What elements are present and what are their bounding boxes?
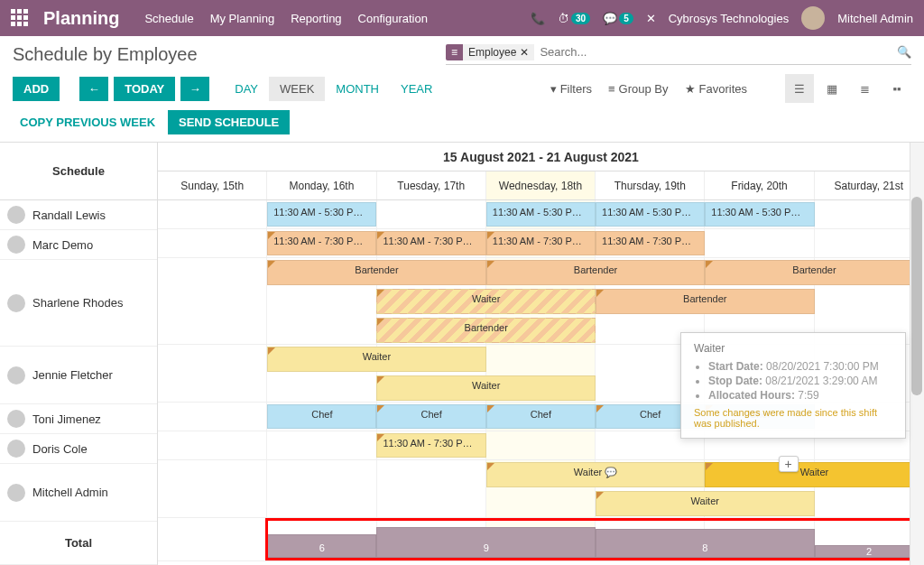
- shift[interactable]: 11:30 AM - 5:30 P…: [705, 202, 814, 227]
- scale-week[interactable]: WEEK: [269, 77, 325, 101]
- shift[interactable]: 11:30 AM - 5:30 P…: [596, 202, 705, 227]
- company-name[interactable]: Cybrosys Technologies: [669, 12, 789, 25]
- scrollbar-thumb[interactable]: [911, 197, 922, 395]
- shift[interactable]: Waiter: [376, 375, 595, 401]
- topbar: Planning Schedule My Planning Reporting …: [0, 0, 924, 36]
- favorites-toggle[interactable]: ★ Favorites: [685, 82, 747, 96]
- tooltip-warning: Some changes were made since this shift …: [694, 407, 892, 429]
- search-icon[interactable]: 🔍: [897, 45, 911, 59]
- shift[interactable]: Bartender: [596, 289, 814, 314]
- groupby-toggle[interactable]: ≡ Group By: [608, 82, 669, 96]
- total-row: 6 9 8 2: [158, 518, 924, 561]
- view-kanban[interactable]: ▪▪: [882, 74, 911, 103]
- tools-icon[interactable]: ✕: [646, 12, 656, 25]
- scale-month[interactable]: MONTH: [325, 77, 390, 101]
- day-col: Friday, 20th: [705, 171, 814, 199]
- shift[interactable]: Waiter: [376, 289, 595, 314]
- employee-row[interactable]: Toni Jimenez: [0, 404, 157, 434]
- shift[interactable]: Bartender: [376, 318, 595, 343]
- main-menu: Schedule My Planning Reporting Configura…: [144, 12, 427, 25]
- apps-menu-icon[interactable]: [11, 9, 29, 27]
- view-gantt[interactable]: ☰: [785, 74, 814, 103]
- shift[interactable]: Bartender: [267, 260, 485, 285]
- search-facet-icon: ≡: [446, 44, 463, 60]
- total-row-label: Total: [0, 522, 157, 565]
- search-input[interactable]: [534, 43, 897, 60]
- add-shift-button[interactable]: +: [779, 456, 799, 472]
- employee-row[interactable]: Doris Cole: [0, 434, 157, 464]
- shift[interactable]: 11:30 AM - 7:30 P…: [267, 231, 376, 255]
- shift[interactable]: 11:30 AM - 7:30 P…: [376, 433, 485, 458]
- filter-group: ▾ Filters ≡ Group By ★ Favorites: [550, 82, 747, 96]
- timer-badge: 30: [571, 13, 590, 24]
- prev-button[interactable]: ←: [79, 77, 108, 101]
- copy-previous-week[interactable]: COPY PREVIOUS WEEK: [13, 110, 162, 134]
- shift[interactable]: Waiter 💬: [486, 462, 705, 487]
- schedule-header: Schedule: [0, 143, 157, 200]
- gantt-right: 15 August 2021 - 21 August 2021 Sunday, …: [158, 143, 924, 565]
- add-button[interactable]: ADD: [13, 77, 60, 101]
- shift[interactable]: Waiter: [596, 491, 814, 516]
- shift[interactable]: 11:30 AM - 5:30 P…: [267, 202, 376, 227]
- search-facet-value: Employee ✕: [463, 44, 534, 60]
- phone-icon[interactable]: 📞: [531, 12, 545, 25]
- day-col: Tuesday, 17th: [377, 171, 486, 199]
- scale-year[interactable]: YEAR: [390, 77, 443, 101]
- shift[interactable]: 11:30 AM - 7:30 P…: [376, 231, 485, 255]
- next-button[interactable]: →: [180, 77, 209, 101]
- user-name[interactable]: Mitchell Admin: [837, 12, 913, 25]
- user-avatar[interactable]: [801, 6, 825, 30]
- day-col-today: Wednesday, 18th: [486, 171, 596, 199]
- scale-group: DAY WEEK MONTH YEAR: [224, 77, 443, 101]
- toolbar-secondary: COPY PREVIOUS WEEK SEND SCHEDULE: [0, 110, 924, 142]
- day-col: Monday, 16th: [267, 171, 376, 199]
- shift[interactable]: 11:30 AM - 7:30 P…: [486, 231, 596, 255]
- day-col: Sunday, 15th: [158, 171, 267, 199]
- scale-day[interactable]: DAY: [224, 77, 269, 101]
- gantt-view: Schedule Randall Lewis Marc Demo Sharlen…: [0, 142, 924, 565]
- toolbar-primary: ADD ← TODAY → DAY WEEK MONTH YEAR ▾ Filt…: [0, 65, 924, 110]
- gantt-row: Waiter 💬 Waiter + Waiter: [158, 460, 924, 518]
- shift[interactable]: Bartender: [705, 260, 923, 285]
- gantt-left: Schedule Randall Lewis Marc Demo Sharlen…: [0, 143, 158, 565]
- menu-schedule[interactable]: Schedule: [144, 12, 193, 25]
- menu-my-planning[interactable]: My Planning: [210, 12, 275, 25]
- page-title: Schedule by Employee: [13, 44, 446, 65]
- shift[interactable]: Chef: [376, 404, 485, 429]
- messages-indicator[interactable]: 💬5: [603, 12, 633, 25]
- gantt-row: 11:30 AM - 5:30 P… 11:30 AM - 5:30 P… 11…: [158, 200, 924, 229]
- search-area: ≡ Employee ✕ 🔍: [446, 43, 911, 65]
- facet-remove-icon[interactable]: ✕: [520, 46, 529, 59]
- employee-row[interactable]: Jennie Fletcher: [0, 347, 157, 404]
- employee-row[interactable]: Mitchell Admin: [0, 464, 157, 522]
- filters-toggle[interactable]: ▾ Filters: [550, 82, 592, 96]
- view-list[interactable]: ≣: [850, 74, 879, 103]
- total-bar: 6: [267, 534, 376, 558]
- menu-reporting[interactable]: Reporting: [291, 12, 341, 25]
- control-row: Schedule by Employee ≡ Employee ✕ 🔍: [0, 36, 924, 65]
- gantt-row: 11:30 AM - 7:30 P… 11:30 AM - 7:30 P… 11…: [158, 229, 924, 258]
- shift[interactable]: 11:30 AM - 5:30 P…: [486, 202, 596, 227]
- send-schedule[interactable]: SEND SCHEDULE: [168, 110, 290, 134]
- timer-indicator[interactable]: ⏱30: [558, 12, 590, 25]
- employee-row[interactable]: Randall Lewis: [0, 200, 157, 230]
- day-col: Saturday, 21st: [815, 171, 924, 199]
- shift[interactable]: Chef: [486, 404, 596, 429]
- shift-tooltip: Waiter Start Date: 08/20/2021 7:30:00 PM…: [680, 332, 906, 439]
- shift[interactable]: Chef: [267, 404, 376, 429]
- employee-row[interactable]: Sharlene Rhodes: [0, 260, 157, 347]
- total-bar: 8: [596, 529, 814, 558]
- shift[interactable]: Bartender: [486, 260, 705, 285]
- menu-configuration[interactable]: Configuration: [358, 12, 428, 25]
- shift[interactable]: 11:30 AM - 7:30 P…: [596, 231, 705, 255]
- employee-row[interactable]: Marc Demo: [0, 230, 157, 260]
- view-calendar[interactable]: ▦: [818, 74, 846, 103]
- shift-hover[interactable]: Waiter: [705, 462, 923, 487]
- shift[interactable]: Waiter: [267, 347, 485, 372]
- total-bar: 2: [815, 545, 924, 558]
- scrollbar-track[interactable]: [910, 143, 924, 565]
- app-brand: Planning: [43, 8, 119, 29]
- today-button[interactable]: TODAY: [114, 77, 175, 101]
- total-bar: 9: [376, 527, 595, 558]
- view-switcher: ☰ ▦ ≣ ▪▪: [785, 74, 911, 103]
